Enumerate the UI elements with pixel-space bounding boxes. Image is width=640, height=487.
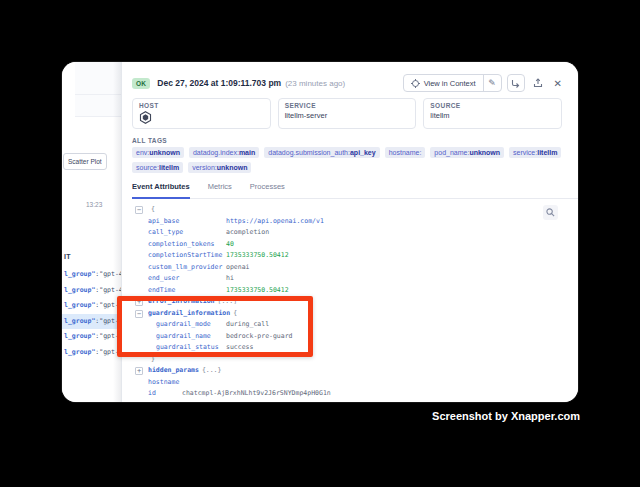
summary-cards: HOST SERVICE litellm-server SOURCE litel… [132,98,562,129]
export-button[interactable] [530,74,546,92]
attribute-row: completionStartTime1735333750.50412 [134,250,578,262]
view-trace-button[interactable] [507,74,525,92]
attribute-row: −{ [134,204,578,216]
attribute-punct: [ [182,401,186,403]
attribute-punct: { [151,205,155,213]
tab-event-attributes[interactable]: Event Attributes [132,182,190,199]
attribute-row: idchatcmpl-AjBrxhNLht9v2J6rSNYDmp4pH0G1n [134,388,578,400]
attribute-row: end_userhi [134,273,578,285]
view-in-context-label: View in Context [424,79,476,88]
all-tags-label: ALL TAGS [132,137,562,144]
attribute-value: 1735333750.50412 [226,251,289,259]
tag-pill[interactable]: datadog.submission_auth:api_key [264,147,379,158]
host-card-label: HOST [139,102,264,109]
source-card-value: litellm [430,111,555,120]
attribute-key: id [148,388,182,400]
tag-pill[interactable]: datadog.index:main [189,147,259,158]
attribute-value: chatcmpl-AjBrxhNLht9v2J6rSNYDmp4pH0G1n [182,389,331,397]
tag-pill[interactable]: env:unknown [132,147,184,158]
annotation-rectangle [117,296,313,357]
attribute-row: call_typeacompletion [134,227,578,239]
pencil-icon: ✎ [488,78,496,88]
attribute-value: acompletion [226,228,269,236]
attribute-value: openai [226,263,249,271]
event-list-header: IT [64,253,71,260]
attribute-value: hi [226,274,234,282]
tab-processes[interactable]: Processes [250,182,285,198]
watermark-text: Screenshot by Xnapper.com [432,410,580,422]
host-hexagon-icon [139,111,264,124]
edit-button[interactable]: ✎ [483,75,501,91]
tab-metrics[interactable]: Metrics [208,182,232,198]
tag-pill[interactable]: pod_name:unknown [430,147,504,158]
event-header: OK Dec 27, 2024 at 1:09:11.703 pm (23 mi… [132,74,562,92]
event-timestamp: Dec 27, 2024 at 1:09:11.703 pm [157,78,281,88]
attribute-key: endTime [148,285,226,297]
attribute-row: −messages[ [134,400,578,403]
attribute-key: messages [148,400,179,403]
attribute-row: +hidden_params{...} [134,365,578,377]
service-card-label: SERVICE [285,102,410,109]
all-tags-section: ALL TAGS env:unknown datadog.index:main … [132,137,562,173]
source-card-label: SOURCE [430,102,555,109]
background-page-strip: Scatter Plot 13:23 IT l_group":"gpt-4o l… [62,62,122,402]
tags-list: env:unknown datadog.index:main datadog.s… [132,147,568,173]
attribute-row: completion_tokens40 [134,239,578,251]
attribute-key: call_type [148,227,226,239]
host-card[interactable]: HOST [132,98,271,129]
view-in-context-button[interactable]: View in Context [404,75,483,91]
close-icon: ✕ [554,78,562,89]
attribute-key: api_base [148,216,226,228]
attribute-key: hostname [148,377,182,389]
attribute-row: endTime1735333750.50412 [134,285,578,297]
attribute-punct: {...} [202,366,222,374]
service-card[interactable]: SERVICE litellm-server [278,98,417,129]
tag-pill[interactable]: source:litellm [132,162,183,173]
detail-tabs: Event Attributes Metrics Processes [132,182,578,199]
close-button[interactable]: ✕ [554,78,562,89]
tag-pill[interactable]: service:litellm [509,147,561,158]
service-card-value: litellm-server [285,111,410,120]
relative-time: (23 minutes ago) [285,79,345,88]
tag-pill[interactable]: hostname: [385,147,426,158]
attribute-row: hostname [134,377,578,389]
attribute-key: custom_llm_provider [148,262,226,274]
source-card[interactable]: SOURCE litellm [423,98,562,129]
trace-icon [511,79,520,88]
attribute-value: 1735333750.50412 [226,286,289,294]
export-icon [533,78,543,88]
attribute-key: completionStartTime [148,250,226,262]
crosshair-icon [411,79,420,88]
scatter-plot-button[interactable]: Scatter Plot [63,153,107,170]
attribute-row: api_basehttps://api.openai.com/v1 [134,216,578,228]
attribute-value: 40 [226,240,234,248]
tree-toggle-icon[interactable]: − [135,402,143,403]
tree-toggle-icon[interactable]: − [135,206,143,214]
attribute-value[interactable]: https://api.openai.com/v1 [226,217,324,225]
attribute-key: completion_tokens [148,239,226,251]
header-button-group: View in Context ✎ [403,74,502,92]
time-axis-tick: 13:23 [86,201,102,208]
attribute-key: end_user [148,273,226,285]
status-badge: OK [132,78,150,89]
tree-toggle-icon[interactable]: + [135,367,143,375]
attribute-row: custom_llm_provideropenai [134,262,578,274]
screenshot-canvas: Scatter Plot 13:23 IT l_group":"gpt-4o l… [0,0,640,487]
tag-pill[interactable]: version:unknown [188,162,251,173]
attribute-key: hidden_params [148,365,199,377]
